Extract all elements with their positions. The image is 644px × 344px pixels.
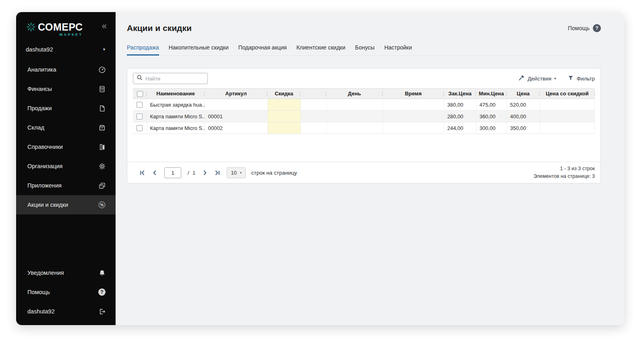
sidebar-item-analytics[interactable]: Аналитика <box>16 60 116 79</box>
sidebar-item-logout[interactable]: dashuta92 <box>16 302 116 321</box>
gear-icon <box>98 162 106 170</box>
cell-select <box>133 111 147 122</box>
sidebar-item-label: Продажи <box>27 105 52 111</box>
cell-discount[interactable] <box>267 99 300 111</box>
pagination-last-button[interactable] <box>214 170 220 176</box>
content-panel: Действия ▾ Фильтр <box>127 68 601 183</box>
cell-time <box>383 122 444 134</box>
cell-blank <box>300 111 326 122</box>
row-checkbox[interactable] <box>137 113 143 119</box>
cell-blank <box>300 122 326 134</box>
tab-sale[interactable]: Распродажа <box>127 44 159 56</box>
row-checkbox[interactable] <box>137 102 143 108</box>
col-header-purchase-price[interactable]: Зак.Цена <box>444 89 476 99</box>
sidebar-item-label: Уведомления <box>27 270 64 276</box>
table-toolbar: Действия ▾ Фильтр <box>127 68 601 88</box>
cell-select <box>133 99 147 111</box>
table-header-row: Наименование Артикул Скидка День Время З… <box>133 89 595 99</box>
sidebar-item-finances[interactable]: Финансы <box>16 79 116 99</box>
tab-gift-promo[interactable]: Подарочная акция <box>238 44 287 56</box>
cell-discount[interactable] <box>267 122 300 134</box>
col-header-discount-price[interactable]: Цена со скидкой <box>540 89 595 99</box>
cell-blank <box>300 99 326 111</box>
sidebar-item-label: Аналитика <box>27 66 56 73</box>
table-row[interactable]: Быстрая зарядка hua... 380,00 475,00 520… <box>133 99 595 111</box>
filter-button[interactable]: Фильтр <box>567 75 595 82</box>
cell-time <box>383 111 444 122</box>
sidebar-item-warehouse[interactable]: Склад <box>16 118 116 137</box>
panel-footer: / 1 10 ▾ <box>127 162 601 183</box>
col-header-price[interactable]: Цена <box>507 89 540 99</box>
sidebar-nav: Аналитика Финансы Продаж <box>16 60 116 214</box>
rows-range-label: 1 - 3 из 3 строк <box>533 165 595 173</box>
brand-name: СОМЕРС <box>38 22 83 32</box>
main-content: Акции и скидки Помощь ? Распродажа Накоп… <box>116 12 624 325</box>
sidebar-item-label: Финансы <box>27 86 52 92</box>
cell-discount[interactable] <box>267 111 300 122</box>
pagination-first-button[interactable] <box>139 170 145 176</box>
cell-min-price: 475,00 <box>476 99 507 111</box>
sidebar-user-menu[interactable]: dashuta92 ▼ <box>16 39 116 57</box>
cell-day <box>326 99 383 111</box>
brand-subtitle: МАРКЕТ <box>59 33 83 37</box>
select-all-cell <box>133 89 147 99</box>
sidebar-header: СОМЕРС МАРКЕТ « <box>16 12 116 39</box>
col-header-discount[interactable]: Скидка <box>267 89 300 99</box>
sidebar-collapse-button[interactable]: « <box>102 22 107 31</box>
toolbar-actions: Действия ▾ Фильтр <box>518 74 595 82</box>
pagination-prev-button[interactable] <box>152 170 158 176</box>
cell-min-price: 300,00 <box>476 122 507 134</box>
search-input[interactable] <box>145 76 204 82</box>
cell-purchase-price: 244,00 <box>444 122 476 134</box>
sidebar-item-directories[interactable]: Справочники <box>16 137 116 157</box>
col-header-time[interactable]: Время <box>383 89 444 99</box>
page-size-select[interactable]: 10 ▾ <box>227 167 245 178</box>
sidebar-footer: Уведомления Помощь ? dashuta92 <box>16 263 116 325</box>
sidebar-item-sales[interactable]: Продажи <box>16 99 116 118</box>
brand-logo[interactable]: СОМЕРС МАРКЕТ <box>26 22 83 37</box>
actions-button[interactable]: Действия ▾ <box>518 74 556 82</box>
help-button[interactable]: Помощь ? <box>568 24 601 32</box>
cell-purchase-price: 380,00 <box>444 99 476 111</box>
row-checkbox[interactable] <box>137 125 143 131</box>
cell-discount-price <box>540 99 595 111</box>
table-row[interactable]: Карта памяти Micro S... 00001 280,00 360… <box>133 111 595 122</box>
page-number-input[interactable] <box>164 167 181 178</box>
filter-label: Фильтр <box>577 76 595 82</box>
sidebar-item-organization[interactable]: Организация <box>16 157 116 176</box>
col-header-blank <box>300 89 326 99</box>
cell-price: 400,00 <box>507 111 540 122</box>
sidebar-item-promotions[interactable]: Акции и скидки % <box>16 195 116 214</box>
brand-burst-icon <box>26 22 36 34</box>
col-header-min-price[interactable]: Мин.Цена <box>476 89 507 99</box>
sidebar-item-label: Приложения <box>27 182 62 189</box>
sidebar-item-help[interactable]: Помощь ? <box>16 282 116 302</box>
tab-settings[interactable]: Настройки <box>384 44 412 56</box>
search-box[interactable] <box>133 73 208 84</box>
tab-cumulative-discounts[interactable]: Накопительные скидки <box>169 44 229 56</box>
pagination: / 1 10 ▾ <box>139 167 297 178</box>
col-header-name[interactable]: Наименование <box>147 89 205 99</box>
book-icon <box>98 143 106 151</box>
sidebar-item-applications[interactable]: Приложения <box>16 176 116 195</box>
pagination-next-button[interactable] <box>202 170 208 176</box>
sidebar-item-label: dashuta92 <box>27 308 55 315</box>
calculator-icon <box>98 85 106 93</box>
tab-bar: Распродажа Накопительные скидки Подарочн… <box>127 44 601 56</box>
tab-bonuses[interactable]: Бонусы <box>355 44 375 56</box>
cell-sku: 00002 <box>205 122 267 134</box>
help-label: Помощь <box>568 25 590 31</box>
cell-day <box>326 122 383 134</box>
tab-client-discounts[interactable]: Клиентские скидки <box>296 44 346 56</box>
sidebar-item-notifications[interactable]: Уведомления <box>16 263 116 282</box>
select-all-checkbox[interactable] <box>137 91 143 97</box>
table-row[interactable]: Карта памяти Micro S... 00002 244,00 300… <box>133 122 595 134</box>
sidebar-item-label: Склад <box>27 124 44 131</box>
cell-name: Карта памяти Micro S... <box>147 111 205 122</box>
cell-time <box>383 99 444 111</box>
funnel-icon <box>567 75 574 82</box>
col-header-sku[interactable]: Артикул <box>205 89 267 99</box>
gauge-icon <box>98 66 106 74</box>
col-header-day[interactable]: День <box>326 89 383 99</box>
cell-name: Карта памяти Micro S... <box>147 122 205 134</box>
